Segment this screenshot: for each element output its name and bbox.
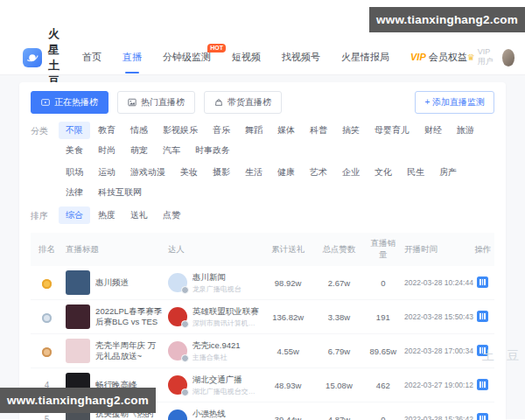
medal-icon [42,313,52,323]
sales-count: 462 [365,381,402,390]
category-chip[interactable]: 舞蹈 [238,122,270,139]
stream-thumbnail[interactable] [66,304,90,329]
category-chip[interactable]: 媒体 [270,122,302,139]
talent-avatar[interactable] [168,375,187,395]
brand-logo-icon[interactable] [23,48,42,67]
talent-cell: 英雄联盟职业联赛 深圳市腾讯计算机系统 [165,306,262,328]
category-chip[interactable]: 不限 [59,122,90,139]
nav-item-vip-benefits[interactable]: VIP会员权益 [410,51,467,64]
category-chip[interactable]: 企业 [335,164,367,181]
category-chip[interactable]: 艺术 [303,164,334,181]
main-nav: 首页 直播 分钟级监测 HOT 短视频 找视频号 火星情报局 VIP会员权益 [82,51,467,64]
data-monitor-icon[interactable] [477,345,488,356]
category-chip[interactable]: 健康 [270,164,302,181]
category-chip[interactable]: 摄影 [206,164,237,181]
action-cell [471,276,494,290]
add-monitor-button[interactable]: + 添加直播监测 [415,91,494,114]
nav-item-minute-monitor[interactable]: 分钟级监测 HOT [163,51,211,64]
data-monitor-icon[interactable] [477,379,488,390]
watermark-bar-bottom: www.tianxinghang2.com [0,388,156,413]
stream-title[interactable]: 壳壳半周年庆 万元礼品放送~ [95,340,163,362]
page-background: 正在热播榜 热门直播榜 带货直播榜 + 添加直播监测 分类 [0,75,525,419]
nav-item-label: 会员权益 [429,52,467,62]
category-chip[interactable]: 职场 [59,164,90,181]
crown-icon: ♛ [467,52,475,62]
talent-name[interactable]: 小强热线 [192,409,228,420]
talent-avatar[interactable] [168,410,187,420]
talent-avatar[interactable] [168,341,187,360]
talent-name[interactable]: 壳壳ice.9421 [192,340,241,352]
category-chip[interactable]: 民生 [400,164,431,181]
category-chip[interactable]: 财经 [417,122,449,139]
talent-name[interactable]: 惠川新闻 [192,272,242,284]
tab-label: 正在热播榜 [54,96,98,108]
category-chip[interactable]: 时事政务 [188,142,237,159]
category-chip[interactable]: 科普 [303,122,334,139]
sort-chip[interactable]: 综合 [59,206,90,224]
talent-avatar[interactable] [168,273,187,292]
category-chip[interactable]: 搞笑 [335,122,367,139]
stream-title[interactable]: 2022LPL春季赛季后赛BLG vs TES [95,306,163,328]
user-avatar[interactable] [502,49,514,66]
nav-item-find-channel[interactable]: 找视频号 [282,51,320,64]
nav-item-short-video[interactable]: 短视频 [232,51,261,64]
sort-chip[interactable]: 热度 [91,206,122,224]
data-monitor-icon[interactable] [477,413,488,420]
tab-label: 带货直播榜 [228,96,271,108]
category-label-spacer [31,164,59,204]
category-chip[interactable]: 母婴育儿 [368,122,416,139]
rank-cell: 3 [31,343,63,359]
category-chip[interactable]: 汽车 [156,142,187,159]
tab-commerce-live[interactable]: 带货直播榜 [204,91,282,114]
stream-title-cell: 惠川频道 [63,270,165,295]
talent-cell: 湖北交通广播 湖北广播电视台交通频率 [165,374,262,396]
category-chip[interactable]: 文化 [368,164,399,181]
talent-subtitle: 主播合集社 [192,353,241,362]
category-chip[interactable]: 时尚 [91,142,122,159]
rank-number: 5 [45,415,50,420]
category-chip[interactable]: 房产 [432,164,464,181]
category-chip[interactable]: 科技互联网 [91,184,149,201]
category-chip[interactable]: 美食 [59,142,90,159]
talent-name[interactable]: 湖北交通广播 [192,374,260,386]
category-chip[interactable]: 法律 [59,184,90,201]
category-chip[interactable]: 萌宠 [123,142,155,159]
image-icon [128,98,136,107]
category-chip[interactable]: 教育 [91,122,122,139]
data-monitor-icon[interactable] [477,311,488,322]
watermark-bar-top: www.tianxinghang2.com [369,7,525,32]
table-header: 排名 直播标题 达人 累计送礼 总点赞数 直播销量 开播时间 操作 [31,233,494,266]
nav-item-intel-bureau[interactable]: 火星情报局 [341,51,389,64]
stream-thumbnail[interactable] [66,270,90,295]
talent-cell: 小强热线 佛山电视台 [165,409,262,420]
header-likes: 总点赞数 [313,244,364,256]
talent-subtitle: 龙泉广播电视台 [192,284,242,294]
category-chip[interactable]: 美妆 [173,164,205,181]
tab-hot-now[interactable]: 正在热播榜 [31,91,108,114]
data-monitor-icon[interactable] [477,276,488,288]
likes-total: 6.79w [313,346,364,356]
start-time: 2022-03-28 17:00:34 [402,346,472,355]
sort-chip[interactable]: 送礼 [123,206,155,224]
nav-item-home[interactable]: 首页 [82,51,102,64]
header-time: 开播时间 [402,244,472,256]
category-chips-row1: 不限 教育 情感 影视娱乐 音乐 舞蹈 媒体 科普 搞笑 [59,122,494,162]
tab-popular-live[interactable]: 热门直播榜 [117,91,195,114]
stream-title[interactable]: 惠川频道 [95,277,129,288]
category-chip[interactable]: 生活 [238,164,270,181]
category-chip[interactable]: 音乐 [206,122,237,139]
talent-avatar[interactable] [168,307,187,326]
app-header: 火星土豆 首页 直播 分钟级监测 HOT 短视频 找视频号 火星情报局 VIP会… [0,40,525,75]
category-chip[interactable]: 旅游 [450,122,481,139]
sort-chip[interactable]: 点赞 [156,206,187,224]
nav-item-live[interactable]: 直播 [122,51,142,64]
talent-name[interactable]: 英雄联盟职业联赛 [192,306,260,318]
category-chip[interactable]: 情感 [123,122,155,139]
category-chip[interactable]: 游戏动漫 [123,164,172,181]
category-chip[interactable]: 影视娱乐 [156,122,205,139]
stream-thumbnail[interactable] [66,339,90,363]
sort-filter-row: 排序 综合 热度 送礼 点赞 [31,206,494,227]
category-filter-row: 分类 不限 教育 情感 影视娱乐 音乐 舞蹈 媒体 科普 [31,122,494,162]
nav-item-label: 分钟级监测 [163,52,211,62]
category-chip[interactable]: 运动 [91,164,122,181]
